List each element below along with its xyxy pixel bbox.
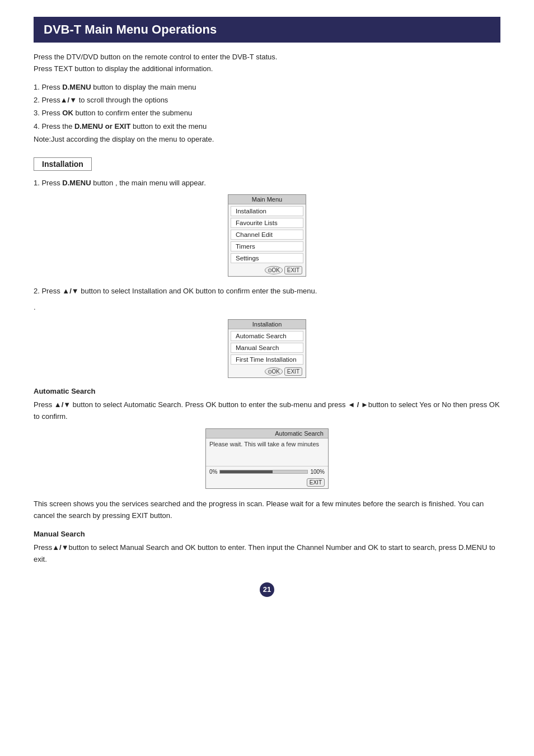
exit-icon: EXIT: [284, 266, 302, 274]
step2-dot: .: [34, 302, 500, 314]
auto-search-note: This screen shows you the services searc…: [34, 498, 500, 522]
install-menu-box: Installation Automatic Search Manual Sea…: [228, 319, 306, 378]
install-menu-mockup: Installation Automatic Search Manual Sea…: [34, 319, 500, 378]
intro-block: Press the DTV/DVD button on the remote c…: [34, 52, 500, 75]
ok-icon-2: ⊙OK: [265, 367, 283, 376]
install-menu-manual: Manual Search: [231, 343, 303, 353]
main-menu-item-channel: Channel Edit: [231, 230, 303, 240]
page-number: 21: [260, 582, 274, 597]
steps-list: 1. Press D.MENU button to display the ma…: [34, 81, 500, 146]
step1-text: 1. Press D.MENU button , the main menu w…: [34, 178, 500, 189]
manual-search-title: Manual Search: [34, 530, 500, 538]
section-label-installation: Installation: [34, 157, 92, 171]
auto-search-content: Please wait. This will take a few minute…: [206, 438, 328, 466]
ok-icon: ⊙OK: [265, 266, 283, 274]
progress-bar-bg: [219, 470, 308, 474]
auto-search-title: Automatic Search: [34, 387, 500, 395]
intro-line-2: Press TEXT button to display the additio…: [34, 63, 500, 75]
step-1: 1. Press D.MENU button to display the ma…: [34, 81, 500, 94]
step2-text: 2. Press ▲/▼ button to select Installati…: [34, 286, 500, 297]
auto-search-footer: EXIT: [206, 477, 328, 488]
manual-search-desc: Press▲/▼button to select Manual Search a…: [34, 542, 500, 566]
step-note: Note:Just according the display on the m…: [34, 133, 500, 146]
main-menu-mockup: Main Menu Installation Favourite Lists C…: [34, 194, 500, 277]
exit-icon-3: EXIT: [307, 478, 325, 487]
progress-bar-fill: [220, 470, 273, 473]
progress-end: 100%: [310, 469, 325, 475]
exit-icon-2: EXIT: [284, 367, 302, 376]
auto-search-mockup: Automatic Search Please wait. This will …: [34, 428, 500, 489]
main-menu-footer: ⊙OK EXIT: [228, 265, 306, 276]
install-menu-title: Installation: [228, 320, 306, 329]
main-menu-box: Main Menu Installation Favourite Lists C…: [228, 194, 306, 277]
main-menu-item-installation: Installation: [231, 206, 303, 216]
progress-start: 0%: [209, 469, 217, 475]
main-menu-item-favourite: Favourite Lists: [231, 218, 303, 228]
page-title: DVB-T Main Menu Operations: [34, 17, 500, 43]
auto-search-box-title: Automatic Search: [206, 429, 328, 438]
install-menu-footer: ⊙OK EXIT: [228, 366, 306, 377]
install-menu-firsttime: First Time Installation: [231, 354, 303, 365]
step-2: 2. Press▲/▼ to scroll through the option…: [34, 94, 500, 106]
page-number-area: 21: [34, 582, 500, 597]
install-menu-auto: Automatic Search: [231, 331, 303, 341]
main-menu-item-settings: Settings: [231, 253, 303, 263]
auto-search-box: Automatic Search Please wait. This will …: [205, 428, 329, 489]
main-menu-item-timers: Timers: [231, 241, 303, 251]
main-menu-title: Main Menu: [228, 195, 306, 204]
step-4: 4. Press the D.MENU or EXIT button to ex…: [34, 120, 500, 133]
progress-row: 0% 100%: [206, 466, 328, 477]
intro-line-1: Press the DTV/DVD button on the remote c…: [34, 52, 500, 63]
auto-search-desc: Press ▲/▼ button to select Automatic Sea…: [34, 399, 500, 423]
step-3: 3. Press OK button to confirm enter the …: [34, 106, 500, 119]
